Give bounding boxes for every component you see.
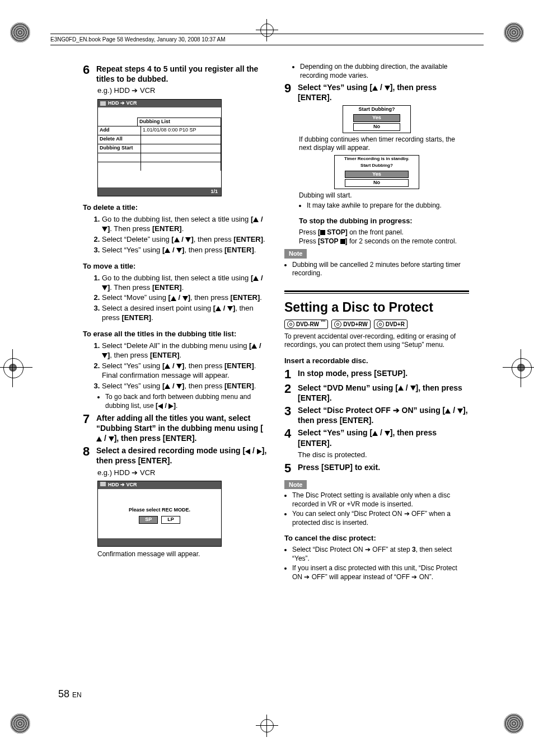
dubbing-start: Dubbing will start. (299, 191, 469, 200)
move-title-heading: To move a title: (83, 262, 268, 271)
registration-mark-ml (9, 364, 17, 372)
step-6: 6 Repeat steps 4 to 5 until you register… (83, 64, 268, 84)
content: 6 Repeat steps 4 to 5 until you register… (83, 62, 469, 689)
depend-note: Depending on the dubbing direction, the … (300, 63, 469, 80)
erase-steps: Select “Delete All” in the dubbing menu … (83, 341, 268, 391)
page: E3NG0FD_EN.book Page 58 Wednesday, Janua… (0, 0, 534, 756)
protect-step-4: 4Select “Yes” using [ / ], then press [E… (284, 428, 469, 459)
confirm-msg: Confirmation message will appear. (97, 550, 268, 559)
book-meta: E3NG0FD_EN.book Page 58 Wednesday, Janua… (50, 34, 484, 43)
right-column: Depending on the dubbing direction, the … (284, 62, 469, 689)
header-rule: E3NG0FD_EN.book Page 58 Wednesday, Janua… (50, 34, 484, 45)
dub-next-msg: If dubbing continues when timer recordin… (299, 135, 469, 153)
protect-step-5: 5Press [SETUP] to exit. (284, 462, 469, 475)
move-steps: Go to the dubbing list, then select a ti… (83, 274, 268, 323)
disc-icon-3 (377, 321, 384, 328)
registration-mark-br (504, 713, 524, 734)
protect-step-3: 3Select “Disc Protect OFF ➔ ON” using [ … (284, 405, 469, 425)
note-box-1: Note (284, 249, 307, 258)
protect-step-1: 1In stop mode, press [SETUP]. (284, 368, 469, 381)
note-box-2: Note (284, 480, 307, 489)
left-column: 6 Repeat steps 4 to 5 until you register… (83, 62, 268, 689)
dubbing-list-box: HDD ➔ VCR Dubbing List Add1.01/01/08 0:0… (97, 99, 222, 196)
disc-icon-1 (287, 321, 294, 328)
insert-disc: Insert a recordable disc. (284, 356, 469, 366)
step-8: 8 Select a desired recording mode using … (83, 445, 268, 466)
timer-dubbing-dialog: Timer Recording is in standby. Start Dub… (334, 155, 419, 189)
start-dubbing-dialog: Start Dubbing? Yes No (343, 105, 411, 133)
sp-option: SP (139, 516, 158, 524)
registration-mark-tl (10, 22, 30, 43)
erase-all-heading: To erase all the titles in the dubbing t… (83, 330, 268, 339)
hdd-icon (100, 101, 106, 106)
registration-mark-mr (517, 364, 525, 372)
rec-mode-box: HDD ➔ VCR Please select REC MODE. SP LP (97, 481, 222, 546)
delete-title-heading: To delete a title: (83, 203, 268, 213)
page-number: 58 EN (58, 688, 82, 700)
hdd-icon-2 (100, 482, 106, 486)
step-7: 7 After adding all the titles you want, … (83, 413, 268, 444)
registration-mark-tr (504, 22, 524, 43)
step-9: 9 Select “Yes” using [ / ], then press [… (284, 82, 469, 102)
disc-icon-2 (334, 321, 341, 328)
step8-example: e.g.) HDD ➔ VCR (97, 468, 268, 478)
delete-steps: Go to the dubbing list, then select a ti… (83, 215, 268, 255)
disc-icons: DVD-RWVR DVD+RW DVD+R (284, 320, 469, 329)
cancel-protect-heading: To cancel the disc protect: (284, 534, 469, 543)
lp-option: LP (161, 516, 180, 524)
protect-step-2: 2Select “DVD Menu” using [ / ], then pre… (284, 383, 469, 403)
crosshair-bot (256, 715, 278, 737)
protect-intro: To prevent accidental over-recording, ed… (284, 332, 469, 350)
section-heading: Setting a Disc to Protect (284, 299, 469, 316)
stop-dubbing-heading: To stop the dubbing in progress: (299, 217, 469, 226)
step6-example: e.g.) HDD ➔ VCR (97, 86, 268, 96)
registration-mark-bl (10, 713, 30, 734)
